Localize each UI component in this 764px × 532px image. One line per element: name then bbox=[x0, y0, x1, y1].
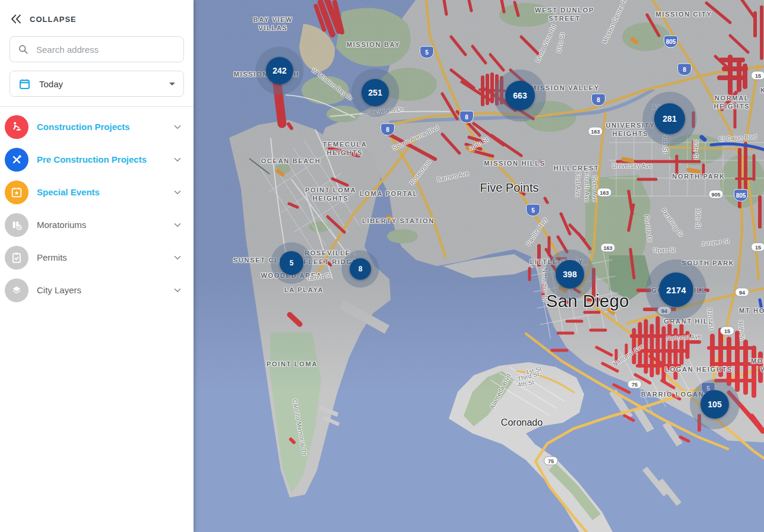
sidebar-item-special-events[interactable]: Special Events bbox=[0, 176, 194, 208]
sidebar-item-construction-projects[interactable]: Construction Projects bbox=[0, 110, 194, 143]
chevron-down-icon bbox=[172, 285, 183, 296]
calendar-icon bbox=[18, 78, 31, 90]
cluster-marker-8[interactable]: 8 bbox=[350, 258, 371, 280]
chevron-down-icon bbox=[172, 154, 183, 165]
date-filter-value: Today bbox=[39, 79, 161, 89]
sidebar-item-label: Pre Construction Projects bbox=[37, 154, 164, 164]
sidebar-item-label: Permits bbox=[37, 252, 164, 262]
search-icon bbox=[17, 43, 29, 55]
sidebar: COLLAPSE Today Construction Projects bbox=[0, 0, 194, 532]
sidebar-item-label: Construction Projects bbox=[37, 122, 164, 132]
cluster-marker-5[interactable]: 5 bbox=[280, 251, 303, 275]
moratorium-icon bbox=[5, 213, 28, 237]
cluster-marker-663[interactable]: 663 bbox=[505, 81, 535, 110]
layer-menu: Construction Projects Pre Construction P… bbox=[0, 110, 194, 306]
sidebar-divider bbox=[0, 106, 194, 107]
cluster-marker-242[interactable]: 242 bbox=[266, 57, 293, 84]
date-filter-dropdown[interactable]: Today bbox=[9, 71, 184, 97]
clipboard-check-icon bbox=[5, 246, 28, 270]
cluster-marker-105[interactable]: 105 bbox=[700, 390, 729, 419]
chevron-down-icon bbox=[169, 83, 175, 86]
chevron-down-icon bbox=[172, 187, 183, 198]
chevron-down-icon bbox=[172, 220, 183, 230]
layers-icon bbox=[5, 278, 28, 302]
search-input[interactable] bbox=[35, 44, 176, 55]
sidebar-item-pre-construction-projects[interactable]: Pre Construction Projects bbox=[0, 143, 194, 176]
cluster-marker-251[interactable]: 251 bbox=[362, 79, 389, 106]
street-closures-app: COLLAPSE Today Construction Projects bbox=[0, 0, 764, 532]
chevron-down-icon bbox=[172, 252, 183, 263]
sidebar-item-label: Special Events bbox=[37, 187, 164, 197]
search-box bbox=[9, 36, 184, 62]
cluster-marker-281[interactable]: 281 bbox=[654, 103, 685, 134]
chevron-down-icon bbox=[172, 122, 183, 132]
collapse-double-chevron-icon bbox=[9, 12, 23, 26]
crossed-tools-icon bbox=[5, 148, 28, 172]
collapse-button[interactable]: COLLAPSE bbox=[9, 10, 194, 28]
sidebar-item-label: Moratoriums bbox=[37, 220, 164, 230]
sidebar-item-city-layers[interactable]: City Layers bbox=[0, 274, 194, 306]
map-viewport[interactable]: BAY VIEWVILLASMISSION BAYMISSION BEACHWE… bbox=[194, 0, 764, 532]
collapse-label: COLLAPSE bbox=[30, 15, 77, 24]
sidebar-item-moratoriums[interactable]: Moratoriums bbox=[0, 208, 194, 241]
sidebar-item-permits[interactable]: Permits bbox=[0, 241, 194, 274]
sidebar-item-label: City Layers bbox=[37, 285, 164, 295]
calendar-star-icon bbox=[5, 180, 28, 204]
cluster-marker-398[interactable]: 398 bbox=[556, 260, 584, 289]
cluster-marker-2174[interactable]: 2174 bbox=[659, 273, 693, 307]
construction-worker-icon bbox=[5, 115, 28, 139]
